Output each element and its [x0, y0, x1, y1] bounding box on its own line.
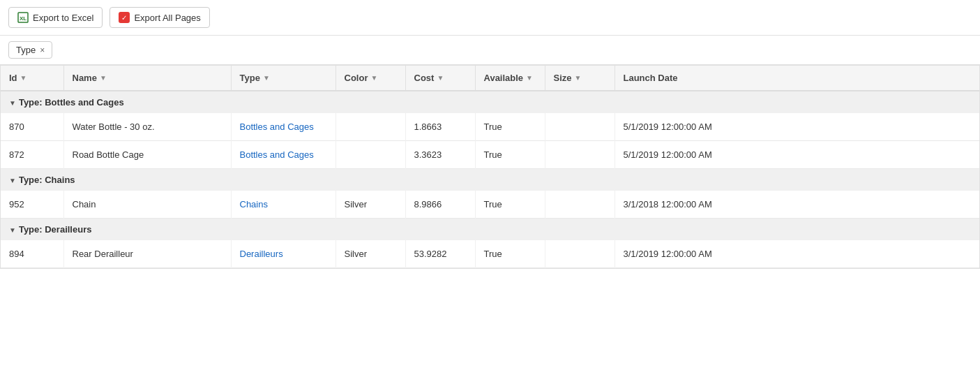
toolbar: XL Export to Excel ✓ Export All Pages	[0, 0, 980, 36]
type-link[interactable]: Bottles and Cages	[240, 149, 314, 160]
col-header-available: Available ▼	[475, 66, 545, 91]
name-filter-icon[interactable]: ▼	[100, 74, 107, 82]
color-filter-icon[interactable]: ▼	[370, 74, 377, 82]
col-header-type: Type ▼	[231, 66, 336, 91]
table-row[interactable]: 894Rear DerailleurDerailleursSilver53.92…	[1, 240, 979, 268]
export-all-icon: ✓	[119, 12, 130, 23]
type-link[interactable]: Chains	[240, 199, 268, 209]
data-table: Id ▼ Name ▼ Type ▼	[1, 66, 979, 268]
group-label: Type: Derailleurs	[19, 224, 92, 235]
col-header-id: Id ▼	[1, 66, 63, 91]
table-row[interactable]: 952ChainChainsSilver8.9866True3/1/2018 1…	[1, 191, 979, 219]
table-body: ▼Type: Bottles and Cages870Water Bottle …	[1, 91, 979, 268]
filter-tag-close[interactable]: ×	[40, 45, 45, 55]
svg-text:XL: XL	[20, 15, 27, 22]
col-header-launchdate: Launch Date	[615, 66, 979, 91]
table-header-row: Id ▼ Name ▼ Type ▼	[1, 66, 979, 91]
group-chevron-icon: ▼	[9, 177, 16, 184]
group-chevron-icon: ▼	[9, 99, 16, 107]
group-header-2[interactable]: ▼Type: Derailleurs	[1, 219, 979, 241]
col-header-name: Name ▼	[63, 66, 231, 91]
type-link[interactable]: Bottles and Cages	[240, 122, 314, 132]
size-filter-icon[interactable]: ▼	[575, 74, 582, 82]
export-excel-button[interactable]: XL Export to Excel	[8, 7, 103, 28]
table-row[interactable]: 870Water Bottle - 30 oz.Bottles and Cage…	[1, 113, 979, 141]
group-chevron-icon: ▼	[9, 226, 16, 234]
group-header-0[interactable]: ▼Type: Bottles and Cages	[1, 91, 979, 113]
export-excel-icon: XL	[17, 12, 29, 23]
export-excel-label: Export to Excel	[33, 13, 93, 23]
cost-filter-icon[interactable]: ▼	[437, 74, 444, 82]
group-header-1[interactable]: ▼Type: Chains	[1, 169, 979, 191]
export-all-label: Export All Pages	[134, 13, 200, 23]
col-header-size: Size ▼	[545, 66, 615, 91]
col-header-cost: Cost ▼	[405, 66, 475, 91]
data-table-container: Id ▼ Name ▼ Type ▼	[0, 65, 980, 269]
filter-tag-label: Type	[16, 45, 36, 55]
group-label: Type: Chains	[19, 175, 75, 185]
available-filter-icon[interactable]: ▼	[526, 74, 533, 82]
table-row[interactable]: 872Road Bottle CageBottles and Cages3.36…	[1, 141, 979, 169]
col-header-color: Color ▼	[336, 66, 405, 91]
type-filter-icon[interactable]: ▼	[263, 74, 270, 82]
filter-bar: Type ×	[0, 36, 980, 65]
group-label: Type: Bottles and Cages	[19, 97, 124, 108]
export-all-button[interactable]: ✓ Export All Pages	[110, 7, 209, 28]
filter-tag-type[interactable]: Type ×	[8, 41, 52, 59]
type-link[interactable]: Derailleurs	[240, 249, 283, 259]
id-filter-icon[interactable]: ▼	[20, 74, 27, 82]
